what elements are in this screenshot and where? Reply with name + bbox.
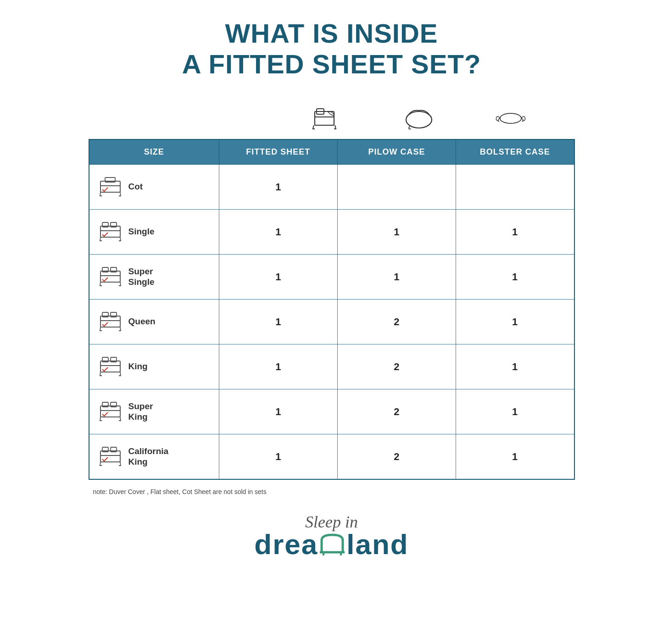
size-label-6: CaliforniaKing	[128, 446, 169, 467]
logo-dreamland-text: drea land	[254, 530, 408, 559]
bolster-icon	[465, 98, 557, 139]
content-table: SIZE FITTED SHEET PILOW CASE BOLSTER CAS…	[89, 139, 575, 480]
page-title: WHAT IS INSIDE A FITTED SHEET SET?	[182, 18, 481, 79]
size-cell-6: CaliforniaKing	[89, 434, 219, 480]
pillow-cell-3: 2	[337, 300, 456, 344]
fitted-cell-4: 1	[219, 344, 337, 389]
size-cell-3: Queen	[89, 300, 219, 344]
pillow-cell-0	[337, 165, 456, 210]
fitted-cell-1: 1	[219, 210, 337, 255]
size-label-5: SuperKing	[128, 401, 153, 422]
size-cell-0: Cot	[89, 165, 219, 210]
size-cell-4: King	[89, 344, 219, 389]
bed-icon-6	[98, 443, 123, 471]
pillow-cell-6: 2	[337, 434, 456, 480]
pillow-icon	[373, 98, 465, 139]
col-header-size: SIZE	[89, 139, 219, 165]
bed-icon-2	[98, 263, 123, 291]
bolster-cell-4: 1	[456, 344, 574, 389]
bolster-cell-5: 1	[456, 389, 574, 434]
bolster-cell-3: 1	[456, 300, 574, 344]
fitted-cell-3: 1	[219, 300, 337, 344]
fitted-cell-5: 1	[219, 389, 337, 434]
col-header-fitted: FITTED SHEET	[219, 139, 337, 165]
col-header-bolster: BOLSTER CASE	[456, 139, 574, 165]
bolster-cell-2: 1	[456, 255, 574, 300]
table-row: Queen121	[89, 300, 574, 344]
size-label-1: Single	[128, 227, 155, 237]
logo-bed-icon	[318, 530, 346, 559]
svg-point-4	[500, 113, 521, 123]
fitted-sheet-icon	[281, 98, 373, 139]
svg-point-3	[406, 111, 432, 128]
brand-logo: Sleep in drea land	[254, 514, 408, 559]
bed-icon-3	[98, 308, 123, 336]
pillow-cell-4: 2	[337, 344, 456, 389]
bed-icon-1	[98, 218, 123, 246]
size-label-3: Queen	[128, 316, 156, 327]
logo-script-text: Sleep in	[305, 514, 358, 530]
col-header-pillow: PILOW CASE	[337, 139, 456, 165]
fitted-cell-2: 1	[219, 255, 337, 300]
size-label-4: King	[128, 361, 148, 372]
bolster-cell-0	[456, 165, 574, 210]
bed-icon-0	[98, 173, 123, 201]
table-row: SuperSingle111	[89, 255, 574, 300]
table-row: Single111	[89, 210, 574, 255]
fitted-cell-6: 1	[219, 434, 337, 480]
size-label-2: SuperSingle	[128, 266, 155, 288]
pillow-cell-1: 1	[337, 210, 456, 255]
size-cell-5: SuperKing	[89, 389, 219, 434]
size-label-0: Cot	[128, 182, 143, 192]
pillow-cell-2: 1	[337, 255, 456, 300]
bed-icon-4	[98, 353, 123, 381]
table-row: SuperKing121	[89, 389, 574, 434]
pillow-cell-5: 2	[337, 389, 456, 434]
size-cell-1: Single	[89, 210, 219, 255]
bolster-cell-1: 1	[456, 210, 574, 255]
table-row: Cot1	[89, 165, 574, 210]
fitted-cell-0: 1	[219, 165, 337, 210]
table-row: CaliforniaKing121	[89, 434, 574, 480]
page-container: WHAT IS INSIDE A FITTED SHEET SET?	[79, 0, 584, 577]
svg-rect-0	[315, 111, 334, 125]
size-cell-2: SuperSingle	[89, 255, 219, 300]
icons-row	[89, 98, 575, 139]
bolster-cell-6: 1	[456, 434, 574, 480]
bed-icon-5	[98, 398, 123, 426]
note-text: note: Duver Cover , Flat sheet, Cot Shee…	[93, 488, 267, 495]
table-row: King121	[89, 344, 574, 389]
